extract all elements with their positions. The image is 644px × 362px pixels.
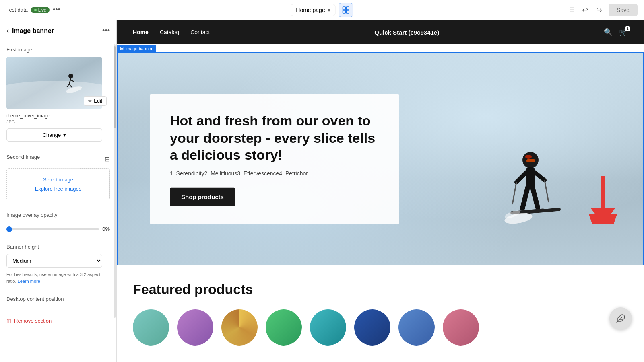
- product-circle-3: [221, 309, 258, 346]
- banner-label-wrapper: ⊞ Image banner: [117, 44, 644, 52]
- top-bar-left: Test data Live •••: [6, 6, 60, 14]
- svg-rect-2: [343, 10, 346, 13]
- hero-heading: Hot and fresh from our oven to your door…: [170, 112, 379, 164]
- layers-icon: ⊟: [105, 155, 110, 163]
- page-name: Home page: [296, 7, 325, 13]
- grid-view-icon-button[interactable]: [339, 3, 353, 17]
- svg-rect-14: [526, 159, 535, 162]
- cart-badge: 1: [625, 26, 630, 31]
- skier-svg: [490, 144, 563, 265]
- svg-rect-3: [347, 10, 349, 13]
- sidebar-scrollbar: [114, 44, 116, 318]
- nav-link-home[interactable]: Home: [133, 29, 149, 35]
- test-data-label: Test data: [6, 7, 28, 13]
- banner-grid-icon: ⊞: [120, 46, 124, 51]
- svg-line-17: [535, 172, 545, 180]
- store-navigation: Home Catalog Contact Quick Start (e9c934…: [117, 20, 644, 44]
- svg-line-21: [533, 187, 538, 208]
- overlay-label: Image overlay opacity: [6, 212, 57, 218]
- product-circle-2: [177, 309, 213, 346]
- second-image-upload-area: Select image Explore free images: [6, 168, 110, 200]
- trash-icon: 🗑: [6, 318, 12, 324]
- product-circles: [133, 309, 628, 346]
- canvas-area: Home Catalog Contact Quick Start (e9c934…: [117, 20, 644, 362]
- banner-height-label: Banner height: [6, 244, 110, 250]
- product-circle-6: [354, 309, 390, 346]
- product-circle-5: [310, 309, 346, 346]
- undo-button[interactable]: ↩: [580, 4, 590, 16]
- svg-point-13: [525, 155, 532, 159]
- remove-section-button[interactable]: 🗑 Remove section: [6, 318, 52, 324]
- hero-banner: Hot and fresh from our oven to your door…: [117, 52, 644, 265]
- opacity-value: 0%: [102, 226, 110, 232]
- remove-section-area: 🗑 Remove section: [0, 312, 116, 329]
- select-image-link[interactable]: Select image: [43, 177, 73, 183]
- svg-point-6: [68, 74, 73, 78]
- slider-container: 0%: [6, 226, 110, 232]
- sidebar-options-icon[interactable]: •••: [102, 27, 110, 35]
- banner-height-select[interactable]: Medium Small Large: [6, 254, 102, 268]
- sidebar-scrollbar-thumb: [114, 46, 116, 128]
- hero-skier-figure: [490, 144, 563, 232]
- product-circle-1: [133, 309, 169, 346]
- sidebar: ‹ Image banner ••• First image: [0, 20, 117, 362]
- main-layout: ‹ Image banner ••• First image: [0, 20, 644, 362]
- canvas-inner: Home Catalog Contact Quick Start (e9c934…: [117, 20, 644, 362]
- back-icon[interactable]: ‹: [6, 27, 9, 35]
- store-brand: Quick Start (e9c9341e): [374, 29, 439, 36]
- sidebar-title: Image banner: [12, 27, 99, 35]
- hero-subtext: 1. Serendipity2. Mellifluous3. Effervesc…: [170, 170, 379, 176]
- svg-rect-0: [343, 7, 346, 10]
- cart-icon[interactable]: 🛒 1: [619, 28, 628, 37]
- explore-free-images-link[interactable]: Explore free images: [35, 186, 82, 192]
- shop-products-button[interactable]: Shop products: [170, 187, 235, 206]
- product-circle-4: [266, 309, 302, 346]
- top-bar-center: Home page ▾: [291, 3, 353, 17]
- product-circle-7: [398, 309, 435, 346]
- svg-line-19: [545, 180, 549, 202]
- edit-image-button[interactable]: ✏ Edit: [84, 96, 107, 106]
- opacity-header: Image overlay opacity: [6, 212, 110, 222]
- svg-line-16: [516, 172, 526, 182]
- chevron-down-icon: ▾: [328, 7, 330, 13]
- desktop-position-label: Desktop content position: [6, 296, 110, 302]
- opacity-slider[interactable]: [6, 228, 99, 230]
- first-image-label: First image: [6, 47, 110, 53]
- product-circle-8: [443, 309, 479, 346]
- feather-pen-button[interactable]: [609, 307, 632, 330]
- first-image-section: First image: [0, 40, 116, 148]
- redo-button[interactable]: ↪: [594, 4, 604, 16]
- page-select-dropdown[interactable]: Home page ▾: [291, 4, 335, 16]
- grid-icon: [343, 6, 350, 14]
- featured-products-section: Featured products: [117, 265, 644, 354]
- featured-title: Featured products: [133, 282, 628, 297]
- image-preview-container: ✏ Edit: [6, 57, 110, 109]
- overlay-opacity-section: Image overlay opacity 0%: [0, 206, 116, 238]
- sidebar-header: ‹ Image banner •••: [0, 20, 116, 40]
- monitor-icon[interactable]: 🖥: [568, 5, 576, 14]
- nav-link-catalog[interactable]: Catalog: [160, 29, 179, 35]
- learn-more-link[interactable]: Learn more: [18, 279, 40, 284]
- change-image-button[interactable]: Change ▾: [6, 128, 102, 142]
- svg-rect-23: [526, 208, 561, 214]
- save-button[interactable]: Save: [609, 4, 638, 16]
- nav-link-contact[interactable]: Contact: [190, 29, 210, 35]
- image-filename: theme_cover_image: [6, 113, 110, 119]
- second-image-header: Second image ⊟: [6, 154, 110, 164]
- second-image-section: Second image ⊟ Select image Explore free…: [0, 148, 116, 206]
- hero-content-box: Hot and fresh from our oven to your door…: [150, 94, 399, 224]
- svg-line-20: [522, 187, 528, 208]
- top-bar-right: 🖥 ↩ ↪ Save: [568, 4, 638, 16]
- pencil-icon: ✏: [88, 98, 92, 104]
- live-badge: Live: [31, 7, 50, 13]
- desktop-content-section: Desktop content position: [0, 290, 116, 312]
- nav-icons: 🔍 🛒 1: [604, 28, 628, 37]
- svg-line-18: [512, 182, 516, 204]
- more-menu-icon[interactable]: •••: [53, 6, 60, 14]
- image-ext: JPG: [6, 119, 110, 124]
- live-dot: [34, 9, 37, 11]
- banner-hint: For best results, use an image with a 3:…: [6, 271, 110, 284]
- second-image-label: Second image: [6, 154, 40, 160]
- search-icon[interactable]: 🔍: [604, 28, 613, 37]
- feather-icon: [616, 314, 625, 323]
